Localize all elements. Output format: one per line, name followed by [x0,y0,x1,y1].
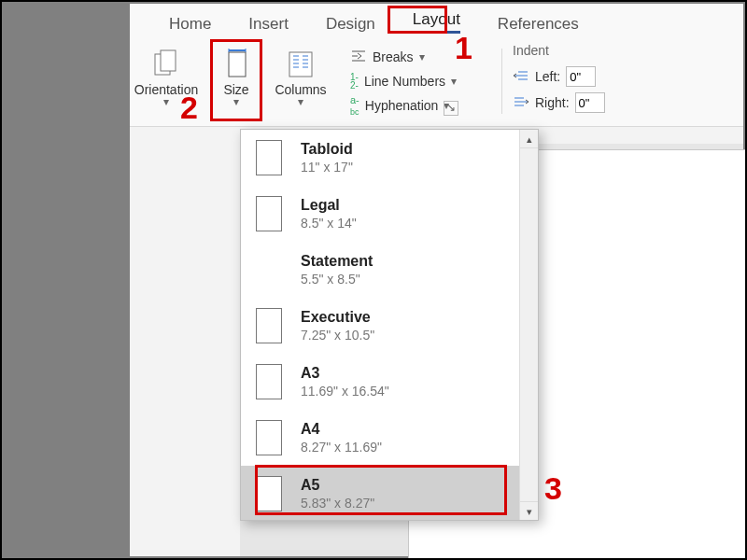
size-button[interactable]: Size ▾ [210,43,262,123]
tab-layout[interactable]: Layout [394,5,479,39]
active-tab-underline [413,31,460,34]
word-app-window: Home Insert Design Layout References Ori… [130,4,743,556]
tab-references[interactable]: References [479,9,598,39]
indent-right-icon [513,95,529,111]
page-thumb-icon [256,364,282,399]
size-option-name: A4 [301,421,382,438]
size-option-name: Statement [301,253,373,270]
size-option-a4[interactable]: A48.27" x 11.69" [241,410,519,466]
page-thumb-icon [256,476,282,511]
tab-home[interactable]: Home [150,9,230,39]
size-option-dims: 11" x 17" [301,160,353,175]
ribbon-layout: Orientation ▾ Size ▾ Col [130,39,743,127]
chevron-down-icon: ▾ [233,97,239,106]
hyphenation-label: Hyphenation [365,98,439,113]
size-option-name: Legal [301,197,357,214]
orientation-icon [151,49,181,78]
chevron-down-icon: ▾ [451,77,457,86]
line-numbers-button[interactable]: 1-2- Line Numbers ▾ [345,69,462,93]
indent-group: Indent Left: Right: [513,43,605,116]
page-setup-options: Breaks ▾ 1-2- Line Numbers ▾ a-bc Hyphen… [345,45,462,118]
indent-header: Indent [513,43,605,58]
size-option-a5[interactable]: A55.83" x 8.27" [241,466,519,520]
orientation-button[interactable]: Orientation ▾ [134,43,199,123]
tab-design[interactable]: Design [307,9,394,39]
scroll-down-button[interactable]: ▾ [520,501,538,520]
indent-left-icon [513,69,529,85]
chevron-down-icon: ▾ [298,97,303,106]
size-icon [221,49,251,78]
indent-right-row: Right: [513,90,605,116]
svg-rect-2 [229,52,246,77]
size-option-legal[interactable]: Legal8.5" x 14" [241,186,519,242]
size-option-tabloid[interactable]: Tabloid11" x 17" [241,130,519,186]
breaks-button[interactable]: Breaks ▾ [345,45,462,69]
group-separator [501,49,502,114]
page-setup-dialog-launcher[interactable]: ↘ [444,101,458,116]
indent-left-row: Left: [513,63,605,90]
indent-left-input[interactable] [566,66,596,87]
size-option-name: A5 [301,477,374,494]
size-group: Size ▾ [210,43,262,123]
size-option-a3[interactable]: A311.69" x 16.54" [241,354,519,410]
page-thumb-icon [256,140,282,175]
size-option-dims: 11.69" x 16.54" [301,384,389,399]
tab-insert[interactable]: Insert [230,9,307,39]
size-option-dims: 8.5" x 14" [301,216,357,231]
page-thumb-icon [256,252,282,287]
page-thumb-icon [256,308,282,343]
size-option-name: A3 [301,365,389,382]
orientation-group: Orientation ▾ [134,43,199,123]
svg-rect-1 [161,50,176,71]
size-option-dims: 7.25" x 10.5" [301,328,374,343]
chevron-down-icon: ▾ [163,97,169,106]
size-option-dims: 8.27" x 11.69" [301,440,382,455]
size-menu-list: Tabloid11" x 17"Legal8.5" x 14"Statement… [241,130,519,520]
indent-right-label: Right: [535,95,570,110]
page-thumb-icon [256,196,282,231]
size-option-dims: 5.5" x 8.5" [301,272,373,287]
columns-button[interactable]: Columns ▾ [268,43,333,123]
columns-group: Columns ▾ [268,43,333,123]
ribbon-tabs: Home Insert Design Layout References [130,4,743,39]
hyphenation-icon: a-bc [350,94,359,117]
size-option-dims: 5.83" x 8.27" [301,496,374,511]
screenshot-stage: Home Insert Design Layout References Ori… [0,0,747,560]
line-numbers-label: Line Numbers [364,74,445,89]
page-thumb-icon [256,420,282,455]
size-option-name: Executive [301,309,374,326]
size-option-name: Tabloid [301,141,353,158]
size-option-statement[interactable]: Statement5.5" x 8.5" [241,242,519,298]
scroll-up-button[interactable]: ▴ [520,130,538,148]
indent-left-label: Left: [535,69,560,84]
line-numbers-icon: 1-2- [350,73,359,90]
chevron-down-icon: ▾ [419,52,425,62]
tab-layout-label: Layout [413,10,460,28]
scrollbar[interactable]: ▴ ▾ [519,130,538,520]
columns-icon [286,49,316,78]
size-dropdown-menu: Tabloid11" x 17"Legal8.5" x 14"Statement… [240,129,539,521]
size-option-executive[interactable]: Executive7.25" x 10.5" [241,298,519,354]
svg-rect-6 [289,52,312,77]
indent-right-input[interactable] [575,92,605,113]
breaks-icon [350,48,367,67]
breaks-label: Breaks [373,49,414,64]
